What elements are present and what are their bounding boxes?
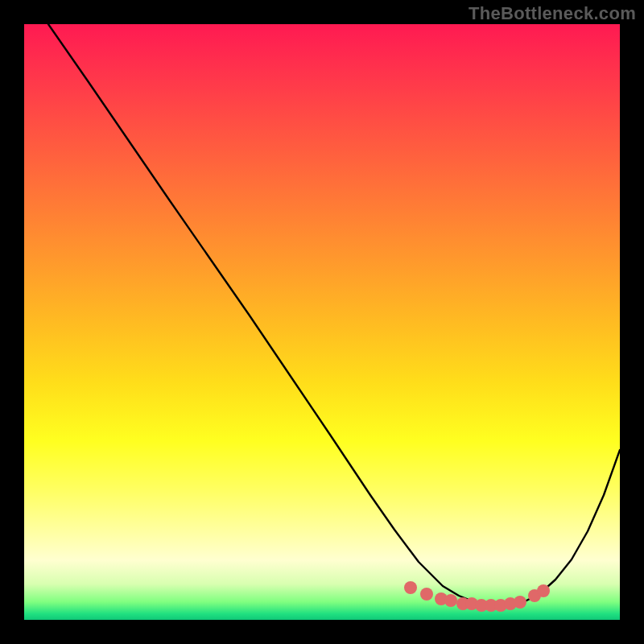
highlight-point: [514, 596, 526, 609]
plot-area: [24, 24, 620, 620]
highlight-point: [404, 581, 417, 594]
chart-frame: [24, 24, 620, 620]
watermark-text: TheBottleneck.com: [469, 3, 636, 24]
highlight-point: [444, 594, 457, 607]
highlight-markers: [24, 24, 620, 620]
highlight-point: [537, 584, 550, 597]
highlight-point: [420, 588, 433, 601]
